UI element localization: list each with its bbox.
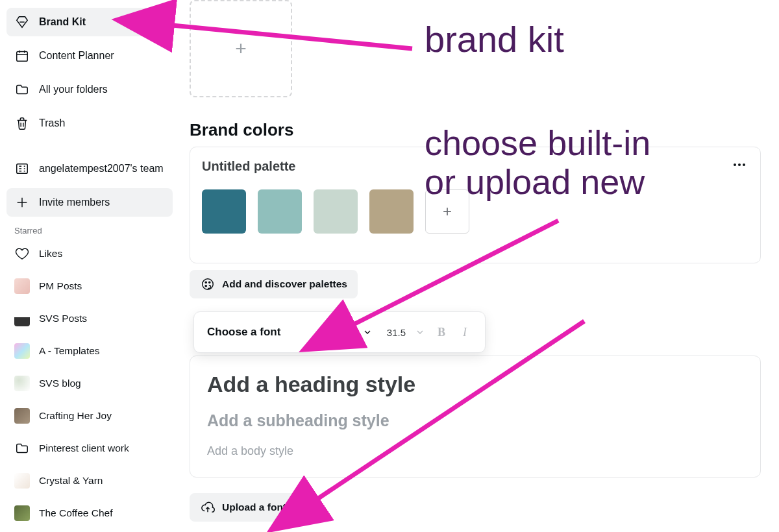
brand-colors-title: Brand colors bbox=[190, 120, 293, 140]
thumbnail bbox=[14, 278, 30, 294]
upload-font-button[interactable]: Upload a font bbox=[190, 493, 297, 522]
nav-label: Trash bbox=[39, 117, 65, 129]
chevron-down-icon[interactable] bbox=[415, 327, 425, 337]
font-picker[interactable]: Choose a font bbox=[207, 326, 353, 339]
starred-heading: Starred bbox=[6, 222, 173, 241]
chevron-down-icon[interactable] bbox=[362, 327, 373, 337]
nav-label: angelatempest2007's team bbox=[39, 163, 164, 175]
team-icon bbox=[14, 161, 30, 176]
starred-likes[interactable]: Likes bbox=[6, 241, 173, 267]
folder-icon bbox=[14, 441, 30, 456]
starred-coffee-chef[interactable]: The Coffee Chef bbox=[6, 500, 173, 526]
starred-crafting-her-joy[interactable]: Crafting Her Joy bbox=[6, 403, 173, 429]
button-label: Upload a font bbox=[222, 502, 286, 513]
nav-label: Invite members bbox=[39, 197, 110, 208]
body-style[interactable]: Add a body style bbox=[207, 444, 743, 458]
starred-pinterest-client[interactable]: Pinterest client work bbox=[6, 435, 173, 461]
nav-trash[interactable]: Trash bbox=[6, 109, 173, 138]
brand-kit-icon bbox=[14, 14, 30, 30]
font-toolbar: Choose a font 31.5 B I bbox=[193, 311, 486, 353]
starred-a-templates[interactable]: A - Templates bbox=[6, 338, 173, 364]
nav-label: Content Planner bbox=[39, 50, 114, 62]
starred-svs-posts[interactable]: SVS Posts bbox=[6, 306, 173, 332]
folder-icon bbox=[14, 82, 30, 97]
plus-icon: + bbox=[235, 38, 247, 60]
nav-content-planner[interactable]: Content Planner bbox=[6, 42, 173, 70]
svg-rect-1 bbox=[17, 164, 28, 174]
font-size-input[interactable]: 31.5 bbox=[387, 327, 406, 338]
color-swatch[interactable] bbox=[202, 189, 246, 234]
thumbnail bbox=[14, 311, 30, 326]
italic-button[interactable]: I bbox=[458, 326, 472, 339]
nav-invite-members[interactable]: Invite members bbox=[6, 188, 173, 217]
starred-crystal-yarn[interactable]: Crystal & Yarn bbox=[6, 468, 173, 494]
svg-point-3 bbox=[205, 282, 206, 283]
thumbnail bbox=[14, 505, 30, 521]
add-discover-palettes-button[interactable]: Add and discover palettes bbox=[190, 270, 358, 298]
upload-cloud-icon bbox=[200, 500, 216, 515]
starred-label: SVS blog bbox=[39, 378, 81, 389]
starred-label: Crystal & Yarn bbox=[39, 475, 103, 487]
nav-brand-kit[interactable]: Brand Kit bbox=[6, 8, 173, 36]
nav-all-folders[interactable]: All your folders bbox=[6, 75, 173, 104]
annotation-text-brand-kit: brand kit bbox=[425, 19, 564, 60]
starred-label: Crafting Her Joy bbox=[39, 410, 112, 422]
starred-pm-posts[interactable]: PM Posts bbox=[6, 273, 173, 299]
color-swatch[interactable] bbox=[258, 189, 302, 234]
thumbnail bbox=[14, 473, 30, 489]
starred-label: A - Templates bbox=[39, 345, 100, 357]
color-swatch[interactable] bbox=[369, 189, 414, 234]
sidebar: Brand Kit Content Planner All your folde… bbox=[0, 0, 179, 532]
nav-label: Brand Kit bbox=[39, 16, 86, 28]
bold-button[interactable]: B bbox=[434, 326, 449, 339]
starred-label: PM Posts bbox=[39, 280, 82, 292]
button-label: Add and discover palettes bbox=[222, 278, 347, 290]
starred-svs-blog[interactable]: SVS blog bbox=[6, 370, 173, 396]
thumbnail bbox=[14, 343, 30, 359]
svg-point-5 bbox=[205, 285, 206, 287]
calendar-icon bbox=[14, 48, 30, 64]
starred-label: SVS Posts bbox=[39, 313, 87, 324]
heading-style[interactable]: Add a heading style bbox=[207, 372, 743, 397]
svg-rect-0 bbox=[17, 52, 28, 62]
starred-label: Pinterest client work bbox=[39, 442, 129, 454]
nav-label: All your folders bbox=[39, 84, 108, 95]
starred-label: The Coffee Chef bbox=[39, 507, 112, 519]
thumbnail bbox=[14, 376, 30, 391]
text-styles-card: Add a heading style Add a subheading sty… bbox=[190, 356, 761, 478]
heart-icon bbox=[14, 246, 30, 261]
palette-icon bbox=[200, 276, 216, 292]
color-swatch[interactable] bbox=[314, 189, 358, 234]
add-logo-card[interactable]: + bbox=[190, 0, 292, 97]
nav-team[interactable]: angelatempest2007's team bbox=[6, 154, 173, 183]
subheading-style[interactable]: Add a subheading style bbox=[207, 411, 743, 430]
thumbnail bbox=[14, 408, 30, 424]
main-content: + Brand colors Untitled palette + Add an… bbox=[190, 0, 779, 532]
starred-label: Likes bbox=[39, 248, 62, 260]
plus-icon bbox=[14, 195, 30, 210]
svg-point-4 bbox=[209, 282, 210, 283]
annotation-text-choose-upload: choose built-in or upload new bbox=[425, 123, 650, 202]
trash-icon bbox=[14, 115, 30, 131]
palette-menu-button[interactable] bbox=[730, 159, 748, 171]
